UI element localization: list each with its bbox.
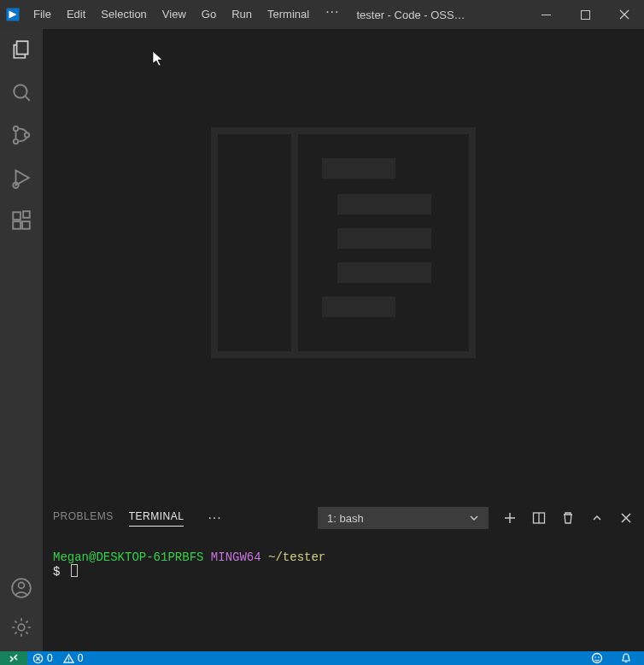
tab-problems[interactable]: PROBLEMS bbox=[53, 510, 114, 526]
svg-point-27 bbox=[68, 661, 69, 662]
svg-point-28 bbox=[593, 654, 602, 663]
run-debug-icon[interactable] bbox=[9, 166, 33, 190]
menu-go[interactable]: Go bbox=[194, 0, 224, 29]
remote-indicator[interactable] bbox=[0, 651, 27, 665]
svg-point-7 bbox=[25, 132, 29, 137]
menu-view[interactable]: View bbox=[155, 0, 194, 29]
status-feedback[interactable] bbox=[586, 652, 608, 664]
mouse-cursor-icon bbox=[152, 50, 164, 68]
source-control-icon[interactable] bbox=[9, 123, 33, 147]
svg-rect-3 bbox=[17, 41, 28, 54]
status-errors[interactable]: 0 bbox=[27, 652, 58, 664]
tab-terminal[interactable]: TERMINAL bbox=[129, 510, 184, 527]
maximize-button[interactable] bbox=[565, 0, 605, 29]
terminal-selector[interactable]: 1: bash bbox=[318, 507, 489, 529]
editor-empty-area bbox=[43, 29, 644, 502]
svg-point-30 bbox=[598, 656, 600, 658]
terminal-prompt-symbol: $ bbox=[53, 565, 60, 579]
menu-file[interactable]: File bbox=[26, 0, 59, 29]
window-controls bbox=[526, 0, 644, 29]
menu-overflow[interactable]: ··· bbox=[317, 0, 348, 29]
svg-rect-2 bbox=[581, 10, 589, 19]
terminal-output[interactable]: Megan@DESKTOP-61PRBFS MINGW64 ~/tester $ bbox=[43, 533, 644, 651]
minimize-button[interactable] bbox=[526, 0, 565, 29]
svg-rect-17 bbox=[291, 131, 298, 355]
bell-icon bbox=[620, 652, 632, 664]
accounts-icon[interactable] bbox=[9, 576, 33, 600]
feedback-icon bbox=[591, 652, 603, 664]
panel-tabs: PROBLEMS TERMINAL ··· 1: bash bbox=[43, 503, 644, 533]
warning-icon bbox=[63, 653, 74, 664]
svg-rect-21 bbox=[337, 262, 431, 283]
svg-rect-20 bbox=[337, 228, 431, 249]
close-panel-button[interactable] bbox=[618, 510, 634, 526]
new-terminal-button[interactable] bbox=[502, 510, 518, 526]
menu-edit[interactable]: Edit bbox=[59, 0, 93, 29]
svg-point-14 bbox=[19, 582, 25, 588]
status-notifications[interactable] bbox=[615, 652, 637, 664]
svg-point-4 bbox=[14, 85, 26, 97]
status-errors-count: 0 bbox=[47, 652, 53, 664]
svg-rect-22 bbox=[322, 297, 395, 317]
svg-point-29 bbox=[594, 656, 596, 658]
terminal-cwd: ~/tester bbox=[268, 550, 325, 564]
terminal-selector-label: 1: bash bbox=[327, 512, 364, 525]
activity-bar bbox=[0, 29, 43, 651]
terminal-user: Megan@DESKTOP-61PRBFS bbox=[53, 550, 203, 564]
svg-rect-11 bbox=[22, 221, 30, 229]
split-terminal-button[interactable] bbox=[531, 510, 547, 526]
menu-selection[interactable]: Selection bbox=[93, 0, 154, 29]
app-logo-icon bbox=[0, 0, 26, 29]
status-bar: 0 0 bbox=[0, 651, 644, 665]
chevron-down-icon bbox=[469, 513, 479, 523]
svg-point-15 bbox=[18, 624, 25, 631]
kill-terminal-button[interactable] bbox=[560, 510, 576, 526]
main-menu: File Edit Selection View Go Run Terminal… bbox=[26, 0, 348, 29]
svg-rect-1 bbox=[542, 15, 551, 15]
error-icon bbox=[32, 653, 44, 664]
svg-rect-18 bbox=[322, 158, 395, 179]
svg-point-6 bbox=[14, 139, 18, 144]
terminal-env: MINGW64 bbox=[211, 550, 261, 564]
titlebar: File Edit Selection View Go Run Terminal… bbox=[0, 0, 644, 29]
svg-point-5 bbox=[14, 127, 18, 131]
extensions-icon[interactable] bbox=[9, 209, 33, 232]
status-warnings[interactable]: 0 bbox=[58, 652, 89, 664]
menu-run[interactable]: Run bbox=[224, 0, 260, 29]
main-area: PROBLEMS TERMINAL ··· 1: bash bbox=[43, 29, 644, 651]
settings-gear-icon[interactable] bbox=[9, 615, 33, 639]
explorer-icon[interactable] bbox=[9, 38, 33, 62]
svg-rect-12 bbox=[23, 211, 30, 218]
window-title: tester - Code - OSS… bbox=[348, 9, 526, 21]
maximize-panel-button[interactable] bbox=[589, 510, 605, 526]
editor-watermark-icon bbox=[211, 127, 476, 358]
terminal-cursor bbox=[71, 564, 78, 577]
panel: PROBLEMS TERMINAL ··· 1: bash bbox=[43, 502, 644, 651]
svg-rect-19 bbox=[337, 194, 431, 215]
svg-rect-9 bbox=[13, 212, 20, 220]
status-warnings-count: 0 bbox=[78, 652, 84, 664]
search-icon[interactable] bbox=[9, 80, 33, 104]
svg-rect-10 bbox=[13, 221, 20, 229]
panel-tabs-overflow[interactable]: ··· bbox=[199, 510, 221, 526]
menu-terminal[interactable]: Terminal bbox=[260, 0, 317, 29]
close-button[interactable] bbox=[605, 0, 644, 29]
